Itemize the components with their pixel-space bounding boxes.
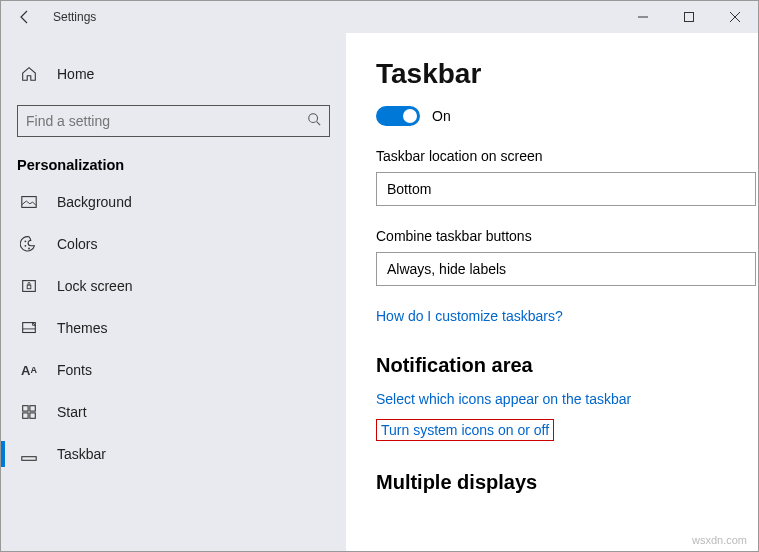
- sidebar-item-fonts[interactable]: AA Fonts: [1, 349, 346, 391]
- combine-value: Always, hide labels: [387, 261, 506, 277]
- svg-rect-17: [22, 457, 36, 461]
- combine-dropdown[interactable]: Always, hide labels: [376, 252, 756, 286]
- image-icon: [19, 192, 39, 212]
- svg-line-5: [317, 122, 321, 126]
- svg-point-7: [25, 240, 27, 242]
- combine-label: Combine taskbar buttons: [376, 228, 758, 244]
- taskbar-icon: [19, 444, 39, 464]
- location-label: Taskbar location on screen: [376, 148, 758, 164]
- themes-icon: [19, 318, 39, 338]
- start-icon: [19, 402, 39, 422]
- help-link[interactable]: How do I customize taskbars?: [376, 308, 758, 324]
- sidebar-item-label: Themes: [57, 320, 108, 336]
- sidebar: Home Personalization Background Colors: [1, 33, 346, 551]
- system-icons-link[interactable]: Turn system icons on or off: [381, 422, 549, 438]
- toggle-state-label: On: [432, 108, 451, 124]
- home-icon: [19, 64, 39, 84]
- sidebar-item-background[interactable]: Background: [1, 181, 346, 223]
- sidebar-item-label: Colors: [57, 236, 97, 252]
- sidebar-item-start[interactable]: Start: [1, 391, 346, 433]
- back-button[interactable]: [5, 1, 45, 33]
- home-label: Home: [57, 66, 94, 82]
- svg-rect-15: [23, 413, 28, 418]
- multiple-displays-heading: Multiple displays: [376, 471, 758, 494]
- svg-rect-11: [27, 285, 31, 289]
- fonts-icon: AA: [19, 360, 39, 380]
- svg-point-4: [309, 114, 318, 123]
- sidebar-item-label: Start: [57, 404, 87, 420]
- svg-point-8: [25, 245, 27, 247]
- sidebar-item-lockscreen[interactable]: Lock screen: [1, 265, 346, 307]
- palette-icon: [19, 234, 39, 254]
- notification-heading: Notification area: [376, 354, 758, 377]
- sidebar-item-label: Background: [57, 194, 132, 210]
- sidebar-item-label: Taskbar: [57, 446, 106, 462]
- search-icon: [307, 112, 321, 130]
- svg-rect-14: [30, 406, 35, 411]
- minimize-button[interactable]: [620, 1, 666, 33]
- sidebar-item-label: Fonts: [57, 362, 92, 378]
- app-title: Settings: [53, 10, 96, 24]
- sidebar-item-themes[interactable]: Themes: [1, 307, 346, 349]
- category-header: Personalization: [1, 147, 346, 181]
- svg-rect-12: [23, 323, 36, 333]
- titlebar: Settings: [1, 1, 758, 33]
- main-panel: Taskbar On Taskbar location on screen Bo…: [346, 33, 758, 551]
- svg-rect-6: [22, 197, 36, 208]
- svg-rect-13: [23, 406, 28, 411]
- lock-screen-icon: [19, 276, 39, 296]
- close-button[interactable]: [712, 1, 758, 33]
- location-dropdown[interactable]: Bottom: [376, 172, 756, 206]
- sidebar-item-colors[interactable]: Colors: [1, 223, 346, 265]
- watermark: wsxdn.com: [692, 534, 747, 546]
- home-nav[interactable]: Home: [1, 53, 346, 95]
- location-value: Bottom: [387, 181, 431, 197]
- search-box[interactable]: [17, 105, 330, 137]
- maximize-button[interactable]: [666, 1, 712, 33]
- taskbar-toggle[interactable]: [376, 106, 420, 126]
- svg-point-9: [28, 248, 30, 250]
- search-input[interactable]: [26, 113, 307, 129]
- svg-rect-1: [685, 13, 694, 22]
- page-title: Taskbar: [376, 58, 758, 90]
- svg-rect-16: [30, 413, 35, 418]
- sidebar-item-label: Lock screen: [57, 278, 132, 294]
- sidebar-item-taskbar[interactable]: Taskbar: [1, 433, 346, 475]
- select-icons-link[interactable]: Select which icons appear on the taskbar: [376, 391, 758, 407]
